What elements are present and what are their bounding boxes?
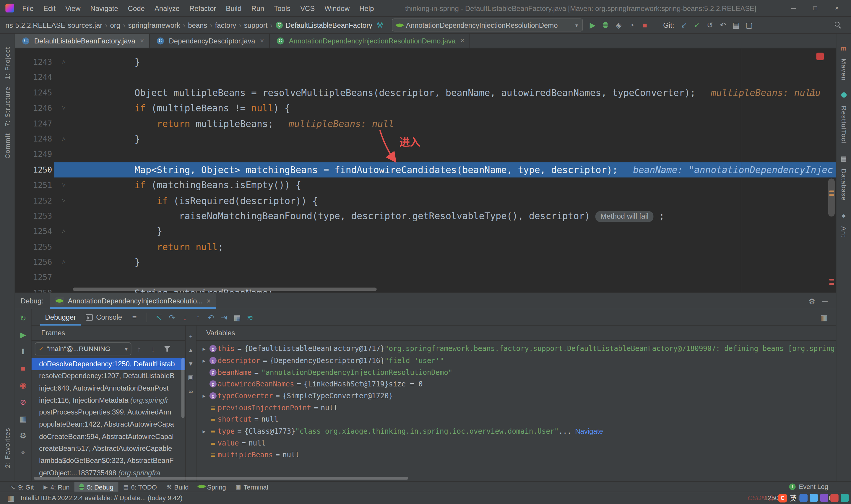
search-everywhere-icon[interactable] (832, 18, 845, 31)
layout-windows-icon[interactable]: ▢ (743, 18, 756, 31)
previous-frame-icon[interactable]: ↑ (132, 342, 145, 355)
trace-stream-icon[interactable]: ≋ (243, 311, 256, 324)
tool-window-button-5-debug[interactable]: 5: Debug (74, 482, 118, 492)
menu-build[interactable]: Build (221, 4, 247, 13)
breadcrumb-item-support[interactable]: support (243, 21, 269, 29)
drop-frame-icon[interactable]: ↶ (204, 311, 217, 324)
tab-dependencydescriptor-java[interactable]: C DependencyDescriptor.java × (150, 34, 270, 48)
git-commit-icon[interactable]: ✓ (691, 18, 704, 31)
variable-row[interactable]: ≡previousInjectionPoint=null (197, 402, 836, 414)
breadcrumb-item-defaultlistablebeanfactory[interactable]: DefaultListableBeanFactory (285, 21, 374, 29)
debug-settings-gear-icon[interactable]: ⚙ (18, 431, 28, 440)
show-execution-point-icon[interactable]: ↸ (152, 311, 165, 324)
ime-tray-icon-4[interactable] (830, 494, 838, 502)
menu-code[interactable]: Code (123, 4, 149, 13)
stop-button[interactable]: ■ (638, 18, 651, 31)
pin-tab-icon[interactable]: ⌖ (18, 448, 28, 457)
code-line-1248[interactable]: 1248˄ } (15, 131, 836, 146)
run-with-coverage-button[interactable]: ◈ (612, 18, 625, 31)
add-watch-icon[interactable]: + (189, 333, 193, 340)
step-into-icon[interactable]: ↓ (179, 311, 192, 324)
close-icon[interactable]: × (140, 37, 144, 44)
menu-analyze[interactable]: Analyze (149, 4, 184, 13)
menu-view[interactable]: View (60, 4, 85, 13)
close-icon[interactable]: × (260, 37, 264, 44)
code-line-1257[interactable]: 1257 (15, 270, 836, 285)
view-options-icon[interactable]: ≡ (128, 311, 141, 324)
stack-frame[interactable]: createBean:517, AbstractAutowireCapable (32, 443, 185, 455)
stack-frame[interactable]: doResolveDependency:1250, DefaultListab (32, 358, 185, 370)
menu-window[interactable]: Window (320, 4, 355, 13)
menu-refactor[interactable]: Refactor (184, 4, 221, 13)
menu-navigate[interactable]: Navigate (85, 4, 123, 13)
error-stripe-mark[interactable] (829, 279, 834, 281)
code-line-1243[interactable]: 1243˄ } (15, 54, 836, 70)
variable-row[interactable]: ▶pdescriptor={DependencyDescriptor@1716}… (197, 355, 836, 367)
step-over-icon[interactable]: ↷ (165, 311, 179, 324)
frames-scrollbar[interactable] (181, 358, 184, 418)
thread-selector[interactable]: ✓ "main"@...RUNNING ▾ (35, 342, 131, 355)
tool-stripe-7-structure[interactable]: 7: Structure (3, 86, 11, 126)
tool-stripe-database[interactable]: Database (840, 169, 848, 201)
scrollbar-thumb[interactable] (73, 287, 377, 291)
tool-stripe-maven[interactable]: Maven (840, 58, 848, 80)
mute-breakpoints-icon[interactable]: ⊘ (18, 398, 28, 406)
code-line-1255[interactable]: 1255 return null; (15, 239, 836, 254)
menu-help[interactable]: Help (355, 4, 379, 13)
view-breakpoints-icon[interactable]: ◉ (18, 381, 28, 389)
rerun-debug-icon[interactable]: ↻ (18, 314, 28, 322)
ime-tray-icon-1[interactable] (800, 494, 808, 502)
stack-frame[interactable]: populateBean:1422, AbstractAutowireCapa (32, 419, 185, 431)
error-stripe-badge[interactable] (816, 53, 824, 60)
tab-console[interactable]: Console (81, 309, 127, 325)
tool-window-button-spring[interactable]: Spring (194, 482, 231, 492)
variable-row[interactable]: ≡value=null (197, 437, 836, 449)
tool-window-button-build[interactable]: ⚒ Build (162, 482, 194, 492)
tab-annotationdependencyinjectionresolutiondemo-java[interactable]: C AnnotationDependencyInjectionResolutio… (270, 34, 470, 48)
step-out-icon[interactable]: ↑ (192, 311, 204, 324)
ime-tray-icon-3[interactable] (820, 494, 828, 502)
expand-arrow-icon[interactable]: ▶ (200, 393, 208, 398)
run-to-cursor-icon[interactable]: ⇥ (217, 311, 231, 324)
tool-stripe-restfultool[interactable]: RestfulTool (840, 106, 848, 144)
fold-marker-icon[interactable]: ˅ (54, 193, 90, 208)
ime-language-indicator[interactable]: 英 (790, 493, 797, 503)
variable-row[interactable]: pautowiredBeanNames={LinkedHashSet@1719}… (197, 378, 836, 390)
stack-frame[interactable]: inject:640, AutowiredAnnotationBeanPost (32, 382, 185, 394)
tool-stripe-1-project[interactable]: 1: Project (3, 47, 11, 79)
code-line-1247[interactable]: 1247 return multipleBeans;multipleBeans:… (15, 116, 836, 131)
git-rollback-icon[interactable]: ↶ (717, 18, 729, 31)
debug-bug-button[interactable] (599, 18, 612, 31)
settings-gear-icon[interactable]: ⚙ (805, 294, 818, 307)
ime-tray-icon-5[interactable] (841, 494, 849, 502)
tool-window-button-6-todo[interactable]: ▤ 6: TODO (118, 482, 162, 492)
variable-row[interactable]: ▶pthis={DefaultListableBeanFactory@1717}… (197, 343, 836, 355)
expand-arrow-icon[interactable]: ▶ (200, 358, 208, 363)
code-line-1244[interactable]: 1244 (15, 70, 836, 85)
variable-row[interactable]: ▶≡type={Class@1773} "class org.xiaoge.th… (197, 426, 836, 437)
layout-settings-icon[interactable]: ▥ (817, 311, 830, 324)
code-line-1253[interactable]: 1253 raiseNoMatchingBeanFound(type, desc… (15, 208, 836, 223)
tool-stripe-commit[interactable]: Commit (3, 133, 11, 159)
tool-window-button-4-run[interactable]: ▶ 4: Run (39, 482, 74, 492)
variable-row[interactable]: ≡multipleBeans=null (197, 449, 836, 461)
git-shelve-icon[interactable]: ▤ (729, 18, 743, 31)
variable-row[interactable]: ▶ptypeConverter={SimpleTypeConverter@172… (197, 390, 836, 402)
breadcrumb-item-ns-5-2-2-release-sources-jar[interactable]: ns-5.2.2.RELEASE-sources.jar (4, 21, 104, 29)
error-stripe-mark[interactable] (829, 283, 834, 285)
tab-debugger[interactable]: Debugger (40, 309, 81, 325)
maximize-button[interactable]: □ (804, 4, 826, 12)
tool-window-button-terminal[interactable]: ▣ Terminal (231, 482, 273, 492)
stack-frame[interactable]: resolveDependency:1207, DefaultListableB (32, 370, 185, 382)
stack-frame[interactable]: postProcessProperties:399, AutowiredAnn (32, 407, 185, 419)
stack-frame[interactable]: doCreateBean:594, AbstractAutowireCapal (32, 431, 185, 443)
stack-frame[interactable]: lambda$doGetBean$0:323, AbstractBeanF (32, 455, 185, 467)
code-line-1252[interactable]: 1252˅ if (isRequired(descriptor)) { (15, 193, 836, 208)
expand-arrow-icon[interactable]: ▶ (200, 346, 208, 352)
pause-program-icon[interactable]: ‖ (18, 347, 28, 356)
git-history-icon[interactable]: ↺ (704, 18, 717, 31)
build-hammer-icon[interactable]: ⚒ (374, 18, 386, 31)
menu-edit[interactable]: Edit (38, 4, 60, 13)
hide-panel-icon[interactable]: ─ (818, 294, 832, 307)
minimize-button[interactable]: ─ (783, 4, 804, 12)
